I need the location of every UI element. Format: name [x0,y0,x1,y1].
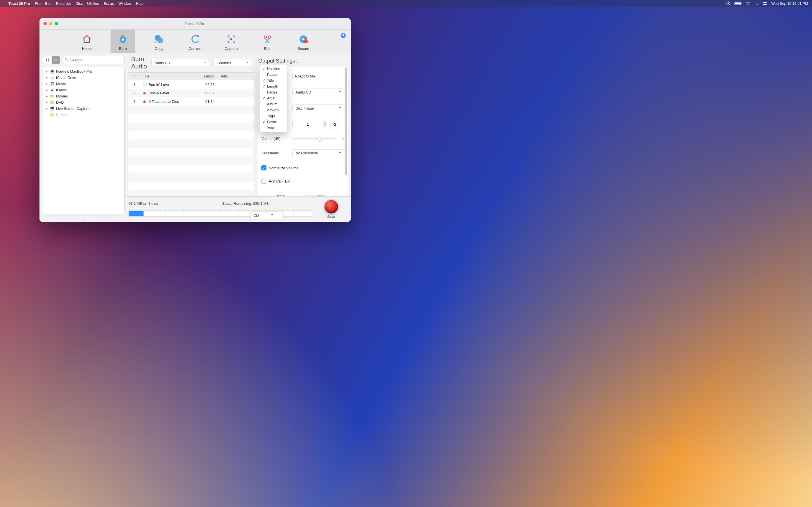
columns-select[interactable]: Columns [213,59,251,67]
view-list[interactable] [52,56,60,64]
col-length[interactable]: Length [193,73,218,80]
folder-icon: 📁 [50,112,54,117]
track-title: Burnin' Love [149,82,169,87]
col-opt-artist[interactable]: ✓Artist [260,95,287,101]
volume-slider[interactable] [292,138,336,139]
source-item[interactable]: ▸🎵Music [44,80,123,87]
normalize-label: Normalize Volume [269,166,299,170]
svg-point-17 [264,36,267,39]
copies-stepper[interactable]: ▴▾ [292,121,327,128]
cat-home[interactable]: Home [74,30,99,54]
col-opt-artwork[interactable]: Artwork [260,107,287,113]
col-opt-genre[interactable]: ✓Genre [260,119,287,125]
track-title: Disc-o Fever [149,91,169,95]
col-opt-tags[interactable]: Tags [260,113,287,119]
menu-extras[interactable]: Extras [103,1,114,6]
spotlight-icon[interactable] [754,1,759,6]
screen-mirror-icon[interactable] [726,1,730,6]
app-menu[interactable]: Toast 20 Pro [8,1,30,6]
normalize-row[interactable]: ✓ Normalize Volume [261,165,344,170]
title-input[interactable] [292,73,348,80]
col-opt-title[interactable]: ✓Title [260,77,287,83]
normalize-checkbox[interactable]: ✓ [261,165,266,170]
copies-input[interactable] [292,121,323,128]
step-up[interactable]: ▴ [323,121,327,124]
space-remaining: Space Remaining: 635.1 MB [222,202,312,206]
col-num[interactable]: # [128,73,141,80]
label-volume: Volume(dB): [261,136,290,141]
display-icon: 🖥️ [50,106,54,111]
search-input[interactable] [63,56,124,64]
cdtext-label: Add CD-TEXT [269,179,292,183]
col-opt-album[interactable]: Album [260,101,287,107]
source-item[interactable]: ▸📁Movies [44,93,123,99]
track-number: 1 [128,82,141,87]
col-opt-length[interactable]: ✓Length [260,83,287,89]
wifi-icon[interactable] [746,1,750,6]
source-item[interactable]: 📁Photos [44,112,123,118]
col-opt-pause[interactable]: Pause [260,71,287,77]
cat-convert[interactable]: Convert [183,30,207,54]
svg-rect-10 [763,4,765,5]
toast-window: Toast 20 Pro Home Burn Copy Convert Capt… [40,18,351,222]
burn-icon [117,34,129,45]
source-item[interactable]: ▸💻Noelle's MacBook Pro [44,68,123,74]
cat-burn[interactable]: Burn [110,30,135,54]
menu-window[interactable]: Window [118,1,132,6]
view-toggle [43,56,60,64]
source-item[interactable]: ▸★iMovie [44,87,123,93]
cat-secure-label: Secure [297,47,309,51]
track-row[interactable]: 1 📄Burnin' Love 02:33 [128,80,254,89]
cdtext-row[interactable]: Add CD-TEXT [261,179,344,184]
track-row[interactable]: 2 ◉Disc-o Fever 03:32 [128,89,254,97]
menu-utilities[interactable]: Utilities [87,1,99,6]
svg-line-7 [757,4,758,5]
menu-edit[interactable]: Edit [45,1,51,6]
window-title: Toast 20 Pro [40,22,351,26]
svg-rect-27 [48,60,49,61]
copies-settings-button[interactable] [331,121,339,128]
sidebar-collapse[interactable]: ︿ [43,217,124,222]
col-artist[interactable]: Artist [218,73,254,80]
cat-secure[interactable]: Secure [291,30,316,54]
menubar-clock[interactable]: Wed Sep 15 12:01 PM [771,1,808,6]
view-grid[interactable] [43,56,52,64]
control-center-icon[interactable] [763,1,767,6]
svg-line-32 [67,60,68,61]
cat-edit[interactable]: Edit [255,30,280,54]
media-type-select[interactable]: CD [250,211,276,219]
music-icon: 🎵 [50,81,54,86]
crossfade-select[interactable]: No Crossfade [292,149,344,157]
format-select[interactable]: Audio CD [151,59,209,67]
cloud-icon: ☁️ [50,75,54,80]
menu-file[interactable]: File [35,1,41,6]
col-opt-number[interactable]: ✓Number [260,66,287,71]
source-item[interactable]: ▸☁️iCloud Drive [44,74,123,80]
col-opt-year[interactable]: Year [260,125,287,131]
menu-help[interactable]: Help [136,1,144,6]
battery-icon[interactable] [734,1,742,6]
svg-rect-29 [54,60,57,60]
source-label: Music [56,82,66,86]
help-button[interactable]: ? [340,33,346,39]
svg-rect-24 [46,59,47,60]
cat-copy[interactable]: Copy [147,30,171,54]
menu-recorder[interactable]: Recorder [56,1,71,6]
menu-disc[interactable]: Disc [75,1,83,6]
step-down[interactable]: ▾ [323,124,327,128]
source-list: ▸💻Noelle's MacBook Pro ▸☁️iCloud Drive ▸… [43,66,124,214]
cdtext-checkbox[interactable] [261,179,266,184]
svg-point-31 [65,58,67,60]
cat-capture[interactable]: Capture [219,30,244,54]
source-item[interactable]: ▸🖥️Live Screen Capture [44,105,123,112]
svg-marker-1 [728,3,729,4]
format-select-output[interactable]: Audio CD [292,88,344,96]
col-title[interactable]: Title [141,73,193,80]
col-opt-fades[interactable]: Fades [260,89,287,95]
track-row[interactable]: 3 ◉A Toast to the Disc 01:34 [128,97,254,106]
source-label: Noelle's MacBook Pro [56,69,92,73]
laptop-icon: 💻 [50,69,54,73]
destination-select[interactable]: Disc Image [292,104,344,112]
burn-save-button[interactable] [324,199,339,214]
source-item[interactable]: ▸📀DVD [44,99,123,105]
